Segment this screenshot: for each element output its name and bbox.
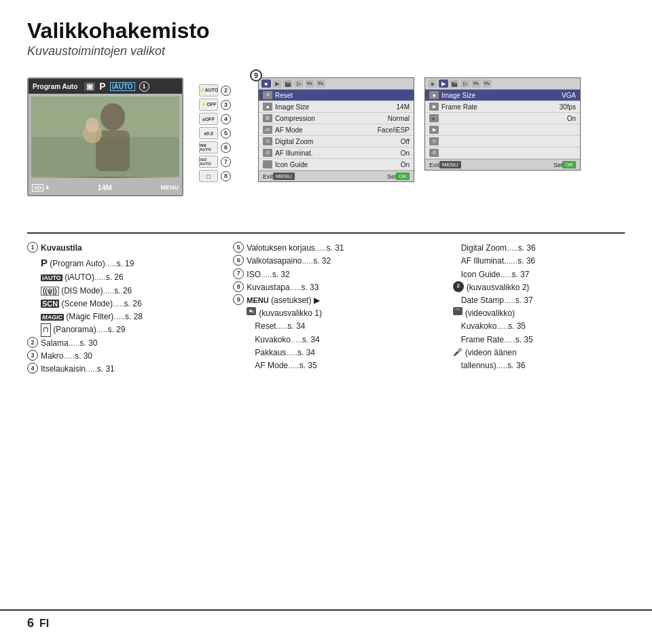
kuvaval1-text: (kuvausvalikko 1) xyxy=(259,307,322,320)
menu-row-afillum[interactable]: ② AF Illuminat. On xyxy=(259,147,414,159)
ok-button-left[interactable]: OK xyxy=(396,173,410,180)
tab-r-cam1[interactable]: ■ xyxy=(428,79,437,88)
menu-panel-right: ■ ▶ 🎬 ▷ Ψ₁ Ψ₂ ■ Image Size VGA ▶ Frame R… xyxy=(424,77,581,171)
tab-r-vid[interactable]: 🎬 xyxy=(450,79,459,88)
pakkaus-text: Pakkaus.....s. 34 xyxy=(255,346,315,359)
side-icon-flash-off: ⚡OFF 3 xyxy=(199,99,231,111)
audio-rec-icon: 🎤 xyxy=(453,346,463,359)
side-icon-ev: ±0.0 5 xyxy=(199,127,231,139)
item-audio-tallennus: tallennus).....s. 36 xyxy=(439,359,625,372)
r-imagesize-icon: ■ xyxy=(429,91,439,99)
dis-text: ((ψ)) (DIS Mode).....s. 26 xyxy=(41,285,132,298)
kuvakoko-text: Kuvakoko.....s. 34 xyxy=(255,334,319,346)
scene-text: SCN (Scene Mode).....s. 26 xyxy=(41,298,142,310)
item-magic: MAGIC (Magic Filter).....s. 28 xyxy=(27,310,213,323)
side-icon-flash: ⚡AUTO 2 xyxy=(199,84,231,96)
menu-row-digitalzoom[interactable]: ① Digital Zoom Off xyxy=(259,136,414,147)
videoval-text: (videovalikko) xyxy=(465,307,515,320)
menu-row-reset[interactable]: ↺ Reset xyxy=(259,90,414,101)
menu-row-r-imagesize[interactable]: ■ Image Size VGA xyxy=(425,90,580,101)
datestamp-text: Date Stamp.....s. 37 xyxy=(461,294,533,307)
tab-r-f2[interactable]: Ψ₂ xyxy=(482,79,492,88)
camera-screen: Program Auto ▣ P iAUTO 1 xyxy=(27,77,183,196)
item-kuvakoko: Kuvakoko.....s. 34 xyxy=(233,334,418,346)
kuvaval1-icon: ■₁ xyxy=(247,307,256,315)
menu-row-iconguide[interactable]: Icon Guide On xyxy=(259,159,414,171)
valotus-text: Valotuksen korjaus.....s. 31 xyxy=(247,242,344,255)
tab-f2[interactable]: Ψ₂ xyxy=(316,79,325,88)
num-2-filled-circle: 2 xyxy=(453,281,464,292)
menu-row-afmode[interactable]: AF AF Mode Face/iESP xyxy=(259,124,414,136)
menu-iconguide-label: Icon Guide xyxy=(275,161,398,168)
camera-photo-svg xyxy=(31,96,179,177)
badge-8: 8 xyxy=(221,171,231,181)
item-salama: 2 Salama.....s. 30 xyxy=(27,337,213,350)
item-itselaukaisin: 4 Itselaukaisin.....s. 31 xyxy=(27,363,213,376)
left-menu-wrapper: 9 ■ ▶ 🎬 ▷ Ψ₁ Ψ₂ ↺ Reset ■ Image Size xyxy=(258,77,414,182)
imagesize-icon: ■ xyxy=(263,103,272,111)
tab-r-f1[interactable]: Ψ₁ xyxy=(471,79,481,88)
num-4-circle: 4 xyxy=(27,363,38,374)
itselaukaisin-text: Itselaukaisin.....s. 31 xyxy=(41,363,115,376)
side-icons: ⚡AUTO 2 ⚡OFF 3 ±OFF 4 ±0.0 5 WB AUTO 6 I… xyxy=(199,84,231,182)
item-iconguide-ref: Icon Guide.....s. 37 xyxy=(439,268,625,281)
menu-panel-left: ■ ▶ 🎬 ▷ Ψ₁ Ψ₂ ↺ Reset ■ Image Size 14M xyxy=(258,77,414,182)
menu-button-right[interactable]: MENU xyxy=(439,161,461,168)
tab-f1[interactable]: Ψ₁ xyxy=(305,79,314,88)
set-label-left: Set xyxy=(387,173,397,180)
tab-vid[interactable]: 🎬 xyxy=(283,79,293,88)
page-footer: 6 FI xyxy=(0,609,652,630)
tab-cam2[interactable]: ▶ xyxy=(272,79,282,88)
num-2-circle: 2 xyxy=(27,337,38,348)
ok-button-right[interactable]: OK xyxy=(562,161,576,168)
item-kuvaustila-heading: 1 Kuvaustila xyxy=(27,242,213,255)
pano-text: ⊓ (Panorama).....s. 29 xyxy=(41,323,125,337)
menu-afmode-value: Face/iESP xyxy=(378,126,410,134)
camera-size: 14M xyxy=(97,183,111,192)
badge-4: 4 xyxy=(221,114,231,124)
item-iso: 7 ISO.....s. 32 xyxy=(233,268,418,281)
tab-cam1-active[interactable]: ■ xyxy=(261,79,271,88)
videoval-icon: 🎬 xyxy=(453,307,463,315)
menu-row-audio[interactable]: 🎤 On xyxy=(425,113,580,124)
menu-afillum-value: On xyxy=(401,149,410,157)
item-iauto: iAUTO (iAUTO).....s. 26 xyxy=(27,271,213,284)
item-makro: 3 Makro.....s. 30 xyxy=(27,350,213,363)
audio-rec-text: (videon äänen xyxy=(465,346,517,359)
menu-row-framerate[interactable]: ▶ Frame Rate 30fps xyxy=(425,101,580,113)
menu-row-r6[interactable]: ② xyxy=(425,147,580,159)
num-7-circle: 7 xyxy=(233,268,244,279)
menu-footer-right: Exit MENU Set OK xyxy=(425,159,580,170)
menu-row-r4[interactable]: ▶ xyxy=(425,124,580,136)
menu-row-r5[interactable]: ① xyxy=(425,136,580,147)
item-kuvaval1: ■₁ (kuvausvalikko 1) xyxy=(233,307,418,320)
menu-row-compression[interactable]: ⊞ Compression Normal xyxy=(259,113,414,124)
badge-7: 7 xyxy=(221,157,231,167)
tab-play[interactable]: ▷ xyxy=(294,79,304,88)
framerate-ref-text: Frame Rate.....s. 35 xyxy=(461,334,533,346)
side-icon-wb: WB AUTO 6 xyxy=(199,141,231,154)
num-5-circle: 5 xyxy=(233,242,244,253)
menu-button-left[interactable]: MENU xyxy=(273,173,295,180)
menu-digitalzoom-label: Digital Zoom xyxy=(275,138,398,145)
kuvaustapa-text: Kuvaustapa.....s. 33 xyxy=(247,281,319,294)
content-col1: 1 Kuvaustila P (Program Auto).....s. 19 … xyxy=(27,242,213,376)
framerate-value: 30fps xyxy=(560,103,576,111)
menu-afmode-label: AF Mode xyxy=(275,126,375,134)
framerate-icon: ▶ xyxy=(429,103,439,111)
tab-r-play[interactable]: ▷ xyxy=(460,79,470,88)
audio-icon: 🎤 xyxy=(429,114,439,122)
side-icon-iso: ISO AUTO 7 xyxy=(199,156,231,168)
menu-row-imagesize[interactable]: ■ Image Size 14M xyxy=(259,101,414,113)
afillum-ref-text: AF Illuminat......s. 36 xyxy=(461,255,535,268)
num-8-circle: 8 xyxy=(233,281,244,292)
menu-afillum-label: AF Illuminat. xyxy=(275,149,398,157)
valkotasapaino-text: Valkotasapaino.....s. 32 xyxy=(247,255,331,268)
menu-imagesize-label: Image Size xyxy=(275,103,394,111)
compression-icon: ⊞ xyxy=(263,114,272,122)
camera-menu-label: MENU xyxy=(161,184,179,191)
tab-r-cam2[interactable]: ▶ xyxy=(439,79,448,88)
badge-2: 2 xyxy=(221,86,231,96)
afillum-icon: ② xyxy=(263,149,272,157)
r-imagesize-value: VGA xyxy=(562,92,576,99)
